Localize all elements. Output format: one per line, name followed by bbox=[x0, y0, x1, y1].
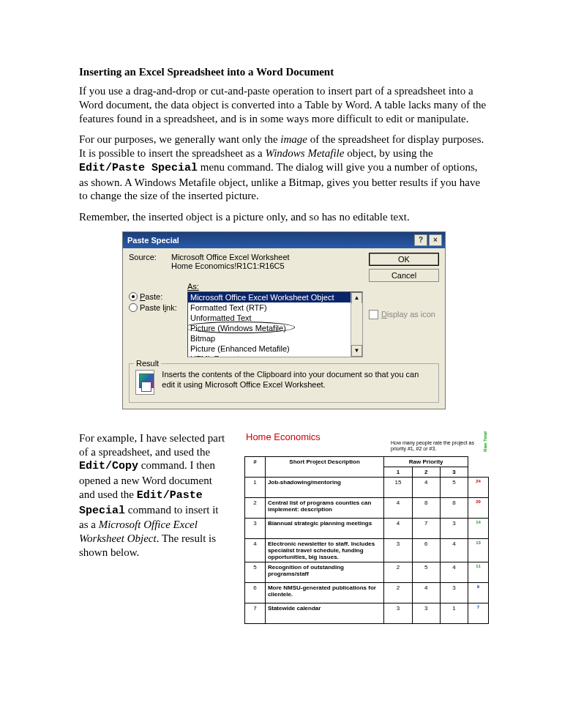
table-row: 3Biannual strategic planning meetings473… bbox=[245, 518, 489, 538]
close-icon[interactable]: × bbox=[429, 234, 442, 246]
list-item[interactable]: Unformatted Text bbox=[188, 313, 362, 323]
col-header-num: # bbox=[245, 456, 266, 477]
cell-p1: 3 bbox=[384, 603, 412, 623]
cell-p1: 4 bbox=[384, 497, 412, 518]
cell-p2: 6 bbox=[412, 538, 440, 562]
scrollbar[interactable]: ▲ ▼ bbox=[351, 292, 362, 357]
table-row: 1Job-shadowing/mentoring154524 bbox=[245, 477, 489, 497]
cell-num: 5 bbox=[245, 562, 266, 582]
cell-p3: 4 bbox=[440, 562, 468, 582]
intro-paragraph-2: For our purposes, we generally want only… bbox=[79, 133, 489, 203]
cell-total: 13 bbox=[468, 538, 489, 562]
cell-p3: 8 bbox=[440, 497, 468, 518]
cell-p3: 3 bbox=[440, 518, 468, 538]
page-title: Inserting an Excel Spreadsheet into a Wo… bbox=[79, 66, 489, 78]
text: object, by using the bbox=[344, 147, 432, 159]
checkbox-icon bbox=[369, 310, 378, 319]
text: For our purposes, we generally want only… bbox=[79, 133, 280, 145]
spreadsheet-image: Home Economics How many people rate the … bbox=[244, 431, 489, 624]
cell-total: 11 bbox=[468, 562, 489, 582]
text: For example, I have selected part of a s… bbox=[79, 432, 225, 458]
list-item[interactable]: Microsoft Office Excel Worksheet Object bbox=[188, 292, 362, 302]
dialog-titlebar: Paste Special ? × bbox=[123, 232, 445, 248]
source-value-2: Home Economics!R1C1:R16C5 bbox=[171, 261, 357, 270]
scroll-down-icon[interactable]: ▼ bbox=[351, 345, 362, 357]
table-row: 5Recognition of outstanding programs/sta… bbox=[245, 562, 489, 582]
intro-paragraph-1: If you use a drag-and-drop or cut-and-pa… bbox=[79, 84, 489, 125]
as-label: As: bbox=[187, 282, 363, 291]
intro-paragraph-3: Remember, the inserted object is a pictu… bbox=[79, 210, 489, 224]
col-header-p2: 2 bbox=[412, 467, 440, 477]
radio-icon bbox=[129, 303, 138, 312]
sheet-title: Home Economics bbox=[246, 431, 321, 442]
cell-p2: 8 bbox=[412, 497, 440, 518]
table-row: 2Central list of programs counties can i… bbox=[245, 497, 489, 518]
cell-p1: 15 bbox=[384, 477, 412, 497]
list-item[interactable]: Formatted Text (RTF) bbox=[188, 302, 362, 313]
table-row: 6More NMSU-generated publications for cl… bbox=[245, 582, 489, 603]
list-item[interactable]: Picture (Enhanced Metafile) bbox=[188, 343, 362, 354]
cell-p1: 4 bbox=[384, 518, 412, 538]
paste-radio[interactable]: Paste: bbox=[129, 292, 181, 301]
cell-desc: More NMSU-generated publications for cli… bbox=[265, 582, 383, 603]
cell-p1: 2 bbox=[384, 562, 412, 582]
cell-p2: 4 bbox=[412, 582, 440, 603]
cell-p3: 5 bbox=[440, 477, 468, 497]
paste-special-dialog: Paste Special ? × Source: Microsoft Offi… bbox=[122, 231, 446, 409]
cell-total: 7 bbox=[468, 603, 489, 623]
cell-desc: Job-shadowing/mentoring bbox=[265, 477, 383, 497]
result-description: Inserts the contents of the Clipboard in… bbox=[162, 370, 432, 390]
text-mono: Edit/Copy bbox=[79, 460, 138, 472]
cell-num: 7 bbox=[245, 603, 266, 623]
scroll-up-icon[interactable]: ▲ bbox=[351, 292, 362, 304]
list-item[interactable]: HTML Format bbox=[188, 354, 362, 357]
cell-desc: Statewide calendar bbox=[265, 603, 383, 623]
cell-p1: 2 bbox=[384, 582, 412, 603]
format-listbox[interactable]: Microsoft Office Excel Worksheet Object … bbox=[187, 291, 363, 357]
dialog-title: Paste Special bbox=[127, 236, 179, 245]
list-item-highlighted[interactable]: Picture (Windows Metafile) bbox=[188, 323, 362, 333]
raw-total-label: Raw Total bbox=[483, 431, 487, 452]
cell-p2: 3 bbox=[412, 603, 440, 623]
cancel-button[interactable]: Cancel bbox=[369, 269, 439, 282]
result-legend: Result bbox=[134, 359, 161, 368]
cell-p2: 4 bbox=[412, 477, 440, 497]
cell-p3: 1 bbox=[440, 603, 468, 623]
cell-total: 20 bbox=[468, 497, 489, 518]
result-groupbox: Result Inserts the contents of the Clipb… bbox=[129, 363, 439, 403]
col-header-desc: Short Project Description bbox=[265, 456, 383, 477]
list-item[interactable]: Bitmap bbox=[188, 333, 362, 343]
text-italic: image bbox=[280, 133, 307, 145]
ok-button[interactable]: OK bbox=[369, 253, 439, 266]
table-row: 7Statewide calendar3317 bbox=[245, 603, 489, 623]
help-icon[interactable]: ? bbox=[414, 234, 427, 246]
display-as-icon-checkbox[interactable]: Display as icon bbox=[369, 310, 439, 319]
col-header-p1: 1 bbox=[384, 467, 412, 477]
cell-num: 6 bbox=[245, 582, 266, 603]
cell-p3: 3 bbox=[440, 582, 468, 603]
source-value-1: Microsoft Office Excel Worksheet bbox=[171, 253, 357, 261]
radio-selected-icon bbox=[129, 292, 138, 301]
cell-total: 14 bbox=[468, 518, 489, 538]
cell-num: 2 bbox=[245, 497, 266, 518]
cell-num: 1 bbox=[245, 477, 266, 497]
display-as-icon-label: isplay as icon bbox=[387, 310, 435, 319]
cell-num: 4 bbox=[245, 538, 266, 562]
text-mono: Edit/Paste Special bbox=[79, 162, 198, 174]
spreadsheet-table: # Short Project Description Raw Priority… bbox=[244, 456, 489, 624]
example-paragraph: For example, I have selected part of a s… bbox=[79, 431, 230, 560]
cell-p3: 4 bbox=[440, 538, 468, 562]
cell-total: 9 bbox=[468, 582, 489, 603]
cell-desc: Recognition of outstanding programs/staf… bbox=[265, 562, 383, 582]
table-row: 4Electronic newsletter to staff. Include… bbox=[245, 538, 489, 562]
col-header-p3: 3 bbox=[440, 467, 468, 477]
paste-link-radio[interactable]: Paste link: bbox=[129, 303, 181, 312]
cell-desc: Central list of programs counties can im… bbox=[265, 497, 383, 518]
cell-p1: 3 bbox=[384, 538, 412, 562]
sheet-note: How many people rate the project as prio… bbox=[391, 440, 479, 451]
col-header-raw-priority: Raw Priority bbox=[384, 456, 468, 467]
cell-total: 24 bbox=[468, 477, 489, 497]
cell-p2: 5 bbox=[412, 562, 440, 582]
cell-num: 3 bbox=[245, 518, 266, 538]
cell-p2: 7 bbox=[412, 518, 440, 538]
